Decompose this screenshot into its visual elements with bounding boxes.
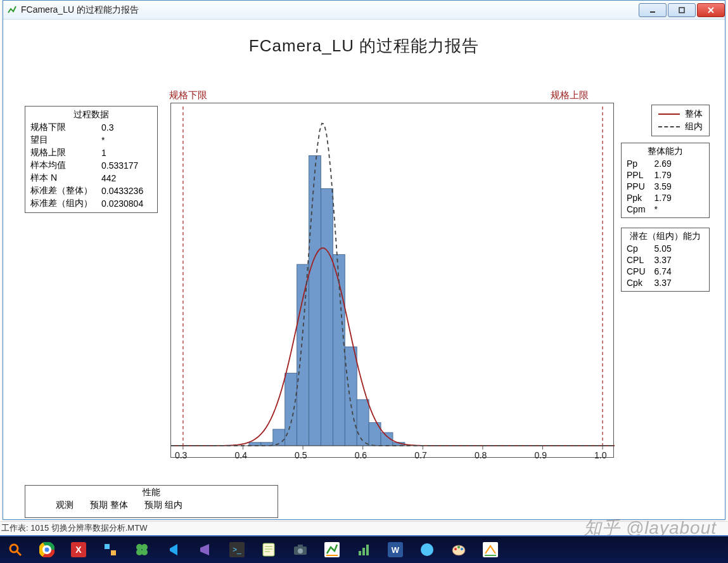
window-title: FCamera_LU 的过程能力报告: [21, 4, 139, 16]
taskbar-app1-icon[interactable]: [101, 541, 119, 559]
process-data-box: 过程数据 规格下限0.3望目*规格上限1样本均值0.533177样本 N442标…: [25, 106, 158, 213]
data-value: 442: [96, 172, 147, 184]
legend-overall: 整体: [658, 108, 703, 120]
desktop: FCamera_LU 的过程能力报告 FCamera_LU 的过程能力报告 规格…: [0, 0, 728, 563]
svg-point-62: [457, 546, 460, 548]
data-row: CPU6.74: [627, 266, 675, 277]
taskbar-app2-icon[interactable]: [418, 541, 436, 559]
data-row: PPL1.79: [627, 169, 675, 181]
data-row: 望目*: [30, 134, 147, 146]
data-value: 0.0230804: [96, 197, 147, 210]
data-row: 样本均值0.533177: [30, 159, 147, 172]
app-icon: [7, 5, 17, 15]
perf-col: [32, 500, 47, 511]
taskbar-vscode-icon[interactable]: [165, 541, 182, 559]
data-row: Ppk1.79: [627, 192, 675, 204]
legend-line-solid-icon: [658, 113, 680, 115]
titlebar[interactable]: FCamera_LU 的过程能力报告: [3, 1, 725, 20]
data-row: 规格下限0.3: [30, 121, 147, 134]
within-capability-header: 潜在（组内）能力: [627, 230, 704, 243]
overall-capability-header: 整体能力: [627, 145, 704, 158]
svg-point-29: [10, 545, 18, 552]
svg-rect-12: [309, 155, 321, 446]
taskbar-app3-icon[interactable]: [482, 541, 499, 559]
taskbar-notepadpp-icon[interactable]: [260, 541, 278, 559]
data-key: Pp: [627, 158, 649, 169]
data-row: Cp5.05: [627, 243, 675, 254]
taskbar-clover-icon[interactable]: [133, 541, 151, 559]
data-key: CPL: [627, 254, 649, 266]
svg-point-35: [44, 547, 50, 553]
svg-text:>_: >_: [233, 545, 241, 554]
x-tick-label: 1.0: [594, 450, 606, 460]
data-key: 标准差（整体）: [30, 184, 96, 197]
taskbar-chrome-icon[interactable]: [38, 541, 56, 559]
x-tick-label: 0.4: [235, 450, 247, 460]
data-row: 规格上限1: [30, 146, 147, 159]
status-text: 工作表: 1015 切换分辨率数据分析.MTW: [1, 523, 147, 533]
lsl-label: 规格下限: [169, 89, 207, 101]
data-value: 0.3: [96, 121, 147, 134]
data-value: *: [649, 204, 675, 215]
taskbar-excel-icon[interactable]: [355, 541, 373, 559]
taskbar-visualstudio-icon[interactable]: [196, 541, 214, 559]
performance-header: 性能: [30, 487, 272, 498]
svg-rect-46: [263, 543, 274, 556]
svg-rect-54: [359, 551, 361, 555]
legend-box: 整体 组内: [651, 105, 710, 136]
minimize-button[interactable]: [639, 3, 667, 17]
svg-rect-52: [298, 545, 303, 547]
process-data-header: 过程数据: [30, 108, 152, 121]
taskbar-camera-icon[interactable]: [291, 541, 309, 559]
x-tick-label: 0.6: [355, 450, 367, 460]
data-row: Cpm*: [627, 204, 675, 215]
x-tick-label: 0.8: [475, 450, 487, 460]
close-button[interactable]: [697, 3, 725, 17]
data-key: Cpk: [627, 277, 649, 288]
perf-col: 预期 组内: [137, 500, 190, 511]
taskbar-xmind-icon[interactable]: X: [70, 541, 87, 559]
data-row: PPU3.59: [627, 181, 675, 192]
data-value: 3.59: [649, 181, 675, 192]
data-value: 0.533177: [96, 159, 147, 172]
legend-within: 组内: [658, 120, 703, 133]
svg-point-43: [141, 549, 148, 555]
data-value: 3.37: [649, 277, 675, 288]
data-key: 样本均值: [30, 159, 96, 172]
data-key: CPU: [627, 266, 649, 277]
svg-text:X: X: [75, 545, 82, 555]
maximize-button[interactable]: [668, 3, 696, 17]
svg-point-63: [461, 548, 463, 550]
taskbar-paint-icon[interactable]: [450, 541, 468, 559]
svg-point-61: [454, 548, 457, 550]
data-value: *: [96, 134, 147, 146]
chart-title: FCamera_LU 的过程能力报告: [12, 35, 716, 57]
svg-point-59: [421, 543, 433, 556]
taskbar-terminal-icon[interactable]: >_: [228, 541, 246, 559]
report-window: FCamera_LU 的过程能力报告 FCamera_LU 的过程能力报告 规格…: [3, 0, 725, 520]
svg-rect-11: [297, 264, 309, 446]
overall-capability-box: 整体能力 Pp2.69PPL1.79PPU3.59Ppk1.79Cpm*: [621, 143, 710, 218]
data-row: 标准差（整体）0.0433236: [30, 184, 147, 197]
svg-rect-13: [321, 188, 333, 446]
taskbar-minitab-icon[interactable]: [323, 541, 341, 559]
taskbar-word-icon[interactable]: W: [386, 541, 404, 559]
data-row: 标准差（组内）0.0230804: [30, 197, 147, 210]
data-key: 望目: [30, 134, 96, 146]
svg-point-51: [298, 548, 303, 553]
data-value: 2.69: [649, 158, 675, 169]
svg-text:W: W: [392, 545, 400, 555]
legend-line-dash-icon: [658, 126, 680, 127]
svg-rect-39: [111, 550, 116, 555]
data-row: 样本 N442: [30, 172, 147, 184]
x-tick-label: 0.9: [534, 450, 546, 460]
taskbar-search-icon[interactable]: [6, 541, 24, 559]
svg-rect-55: [362, 548, 365, 555]
data-key: PPU: [627, 181, 649, 192]
taskbar[interactable]: X >_ W: [0, 535, 728, 563]
svg-rect-16: [357, 399, 369, 446]
svg-rect-1: [679, 8, 684, 13]
process-data-table: 规格下限0.3望目*规格上限1样本均值0.533177样本 N442标准差（整体…: [30, 121, 147, 210]
data-value: 5.05: [649, 243, 675, 254]
capability-chart: [170, 103, 614, 458]
